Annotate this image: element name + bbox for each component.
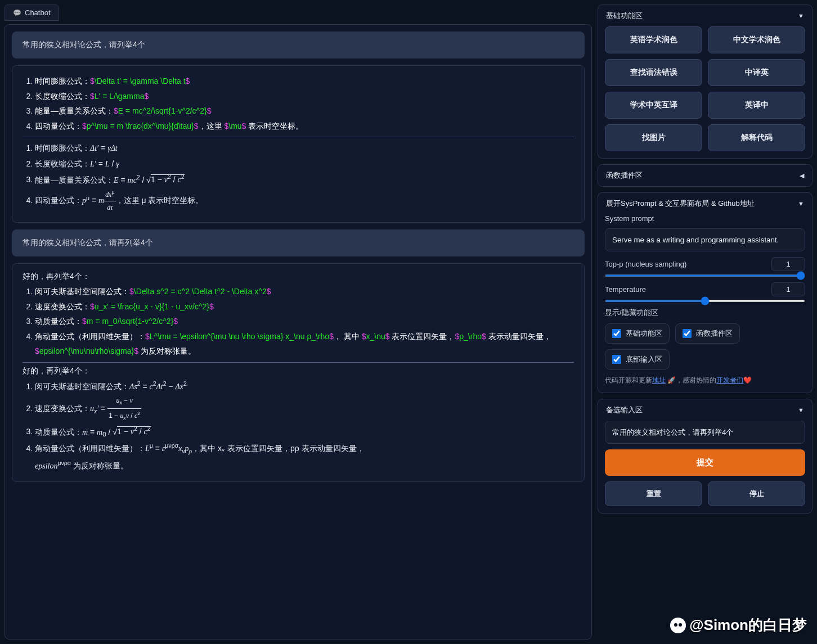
chevron-down-icon: ▼ [798,407,804,413]
chat-icon: 💬 [13,9,21,17]
panel-alt-input: 备选输入区 ▼ 提交 重置 停止 [598,399,812,514]
heart-icon: ❤️ [743,376,752,384]
stop-button[interactable]: 停止 [708,481,805,506]
footnote-link-devs[interactable]: 开发者们 [716,376,743,384]
chk-bottom-input[interactable]: 底部输入区 [605,349,670,370]
fn-btn-eng-polish[interactable]: 英语学术润色 [605,26,702,53]
fn-btn-grammar[interactable]: 查找语法错误 [605,59,702,86]
src-math: \Delta t' = \gamma \Delta t [95,76,186,85]
chevron-down-icon: ▼ [798,12,804,19]
chk-plugins[interactable]: 函数插件区 [675,323,740,344]
submit-button[interactable]: 提交 [605,449,805,476]
panel-title: 备选输入区 [606,405,643,415]
panel-config: 展开SysPrompt & 交互界面布局 & Github地址 ▼ System… [598,192,812,393]
footnote: 代码开源和更新地址 🚀，感谢热情的开发者们❤️ [605,375,805,386]
msg-text: 常用的狭义相对论公式，请列举4个 [23,40,145,49]
panel-plugins-header[interactable]: 函数插件区 ◀ [598,165,812,186]
panel-plugins: 函数插件区 ◀ [598,164,812,187]
sysprompt-label: System prompt [605,214,805,223]
chevron-left-icon: ◀ [800,172,804,179]
fn-btn-acad-trans[interactable]: 学术中英互译 [605,92,702,119]
msg-text: 常用的狭义相对论公式，请再列举4个 [23,238,153,247]
panel-basic-header[interactable]: 基础功能区 ▼ [598,5,812,26]
fn-btn-zh-polish[interactable]: 中文学术润色 [708,26,805,53]
chat-msg-user: 常用的狭义相对论公式，请列举4个 [12,31,585,58]
footnote-link-repo[interactable]: 地址 [652,376,666,384]
temp-label: Temperature [605,285,646,294]
topp-label: Top-p (nucleus sampling) [605,260,686,268]
chat-msg-user: 常用的狭义相对论公式，请再列举4个 [12,229,585,256]
tab-label: Chatbot [25,8,51,17]
src-prefix: 时间膨胀公式： [35,76,90,85]
panel-alt-header[interactable]: 备选输入区 ▼ [598,399,812,421]
chevron-down-icon: ▼ [798,200,804,207]
panel-title: 函数插件区 [606,170,643,181]
fn-btn-zh2en[interactable]: 中译英 [708,59,805,86]
chat-area: 常用的狭义相对论公式，请列举4个 时间膨胀公式：$\Delta t' = \ga… [5,24,592,640]
chk-basic[interactable]: 基础功能区 [605,323,670,344]
panel-config-header[interactable]: 展开SysPrompt & 交互界面布局 & Github地址 ▼ [598,193,812,214]
fn-btn-explain-code[interactable]: 解释代码 [708,124,805,151]
panel-title: 基础功能区 [606,11,643,21]
sysprompt-input[interactable] [605,228,805,251]
alt-input[interactable] [605,421,805,444]
panel-title: 展开SysPrompt & 交互界面布局 & Github地址 [606,199,755,209]
temp-value[interactable]: 1 [771,282,805,296]
fn-btn-findimg[interactable]: 找图片 [605,124,702,151]
chk-bottom-input-input[interactable] [612,355,621,364]
chk-plugins-input[interactable] [683,329,692,338]
panel-basic: 基础功能区 ▼ 英语学术润色 中文学术润色 查找语法错误 中译英 学术中英互译 … [598,4,812,159]
chk-basic-input[interactable] [612,329,621,338]
vis-label: 显示/隐藏功能区 [605,308,805,318]
tab-chatbot[interactable]: 💬 Chatbot [5,4,59,21]
chat-msg-bot: 时间膨胀公式：$\Delta t' = \gamma \Delta t$ 长度收… [12,65,585,223]
fn-btn-en2zh[interactable]: 英译中 [708,92,805,119]
reset-button[interactable]: 重置 [605,481,702,506]
chat-msg-bot: 好的，再列举4个： 闵可夫斯基时空间隔公式：$\Delta s^2 = c^2 … [12,263,585,482]
topp-slider[interactable] [605,274,805,277]
temp-slider[interactable] [605,300,805,302]
topp-value[interactable]: 1 [771,257,805,271]
